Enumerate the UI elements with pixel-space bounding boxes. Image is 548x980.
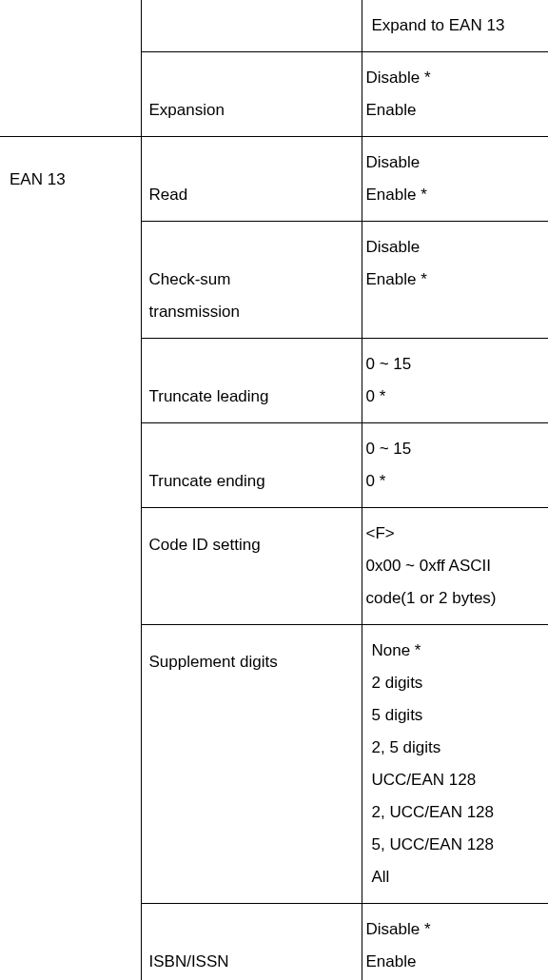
option: 5 digits	[366, 699, 547, 732]
option: 5, UCC/EAN 128	[366, 829, 547, 861]
setting-label-line: transmission	[149, 296, 354, 328]
setting-label	[142, 0, 362, 19]
option: Enable	[366, 94, 547, 127]
setting-label-cell: ISBN/ISSNconversion	[141, 904, 362, 981]
options: <F>0x00 ~ 0xff ASCIIcode(1 or 2 bytes)	[362, 508, 549, 624]
setting-label-cell: Truncate leading	[141, 339, 362, 423]
option: 2, UCC/EAN 128	[366, 796, 547, 829]
setting-label-line: Check-sum	[149, 264, 354, 296]
options: Disable *Enable	[362, 52, 549, 136]
options-cell: Disable *Enable	[362, 904, 548, 981]
setting-label: Code ID setting	[142, 508, 362, 571]
options: DisableEnable *	[362, 137, 549, 221]
options: None *2 digits5 digits2, 5 digitsUCC/EAN…	[362, 625, 549, 903]
page: Expand to EAN 13ExpansionDisable *Enable…	[0, 0, 548, 980]
option: 0x00 ~ 0xff ASCII	[366, 550, 547, 582]
options: 0 ~ 150 *	[362, 339, 549, 422]
group-name-cell: EAN 13	[0, 137, 141, 981]
group-name: EAN 13	[0, 137, 141, 206]
group-name	[0, 0, 141, 36]
options: Disable *Enable	[362, 904, 549, 980]
option: 2, 5 digits	[366, 732, 547, 764]
option: None *	[366, 635, 547, 667]
setting-label: Read	[142, 137, 362, 221]
option: Expand to EAN 13	[366, 10, 547, 42]
options-cell: <F>0x00 ~ 0xff ASCIIcode(1 or 2 bytes)	[362, 508, 548, 625]
options-cell: 0 ~ 150 *	[362, 423, 548, 508]
setting-label-cell: Check-sumtransmission	[141, 222, 362, 339]
setting-label-line: ISBN/ISSN	[149, 946, 354, 978]
option: All	[366, 861, 547, 893]
option: Enable	[366, 946, 547, 978]
setting-label: Expansion	[142, 52, 362, 136]
option: Enable *	[366, 179, 547, 211]
option: <F>	[366, 518, 547, 550]
option: Disable	[366, 147, 547, 179]
setting-label: Truncate ending	[142, 423, 362, 507]
setting-label-cell: Read	[141, 137, 362, 222]
options-cell: DisableEnable *	[362, 137, 548, 222]
setting-label-cell: Truncate ending	[141, 423, 362, 508]
options: Expand to EAN 13	[362, 0, 549, 51]
option: 0 *	[366, 381, 547, 413]
option: Disable *	[366, 913, 547, 946]
group-name-cell	[0, 0, 141, 137]
options-cell: None *2 digits5 digits2, 5 digitsUCC/EAN…	[362, 625, 548, 904]
option: UCC/EAN 128	[366, 764, 547, 796]
options: 0 ~ 150 *	[362, 423, 549, 507]
options-cell: 0 ~ 150 *	[362, 339, 548, 423]
option: Disable	[366, 231, 547, 264]
option: 0 *	[366, 465, 547, 498]
options-cell: DisableEnable *	[362, 222, 548, 339]
setting-label-cell: Code ID setting	[141, 508, 362, 625]
options: DisableEnable *	[362, 222, 549, 305]
option: code(1 or 2 bytes)	[366, 582, 547, 615]
options-cell: Expand to EAN 13	[362, 0, 548, 52]
option: 0 ~ 15	[366, 348, 547, 381]
setting-label: Truncate leading	[142, 339, 362, 422]
option: Enable *	[366, 264, 547, 296]
setting-label: ISBN/ISSNconversion	[142, 904, 362, 980]
setting-label-cell	[141, 0, 362, 52]
setting-label: Supplement digits	[142, 625, 362, 688]
spec-table: Expand to EAN 13ExpansionDisable *Enable…	[0, 0, 548, 980]
setting-label-cell: Supplement digits	[141, 625, 362, 904]
setting-label-cell: Expansion	[141, 52, 362, 137]
setting-label: Check-sumtransmission	[142, 222, 362, 338]
option: Disable *	[366, 62, 547, 94]
option: 2 digits	[366, 667, 547, 699]
option: 0 ~ 15	[366, 433, 547, 465]
options-cell: Disable *Enable	[362, 52, 548, 137]
